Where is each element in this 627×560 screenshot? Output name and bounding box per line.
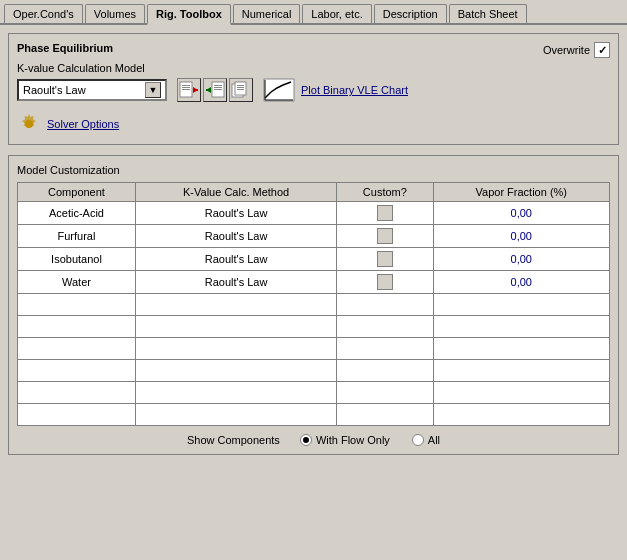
- custom-cell: [337, 225, 433, 248]
- import-export-icons: [177, 78, 253, 102]
- main-content: Phase Equilibrium Overwrite ✓ K-value Ca…: [0, 25, 627, 559]
- table-row-empty: [18, 316, 610, 338]
- table-row-empty: [18, 338, 610, 360]
- vapor-cell: 0,00: [433, 248, 609, 271]
- gear-icon: [17, 112, 41, 136]
- table-row: Water Raoult's Law 0,00: [18, 271, 610, 294]
- radio-with-flow-label: With Flow Only: [316, 434, 390, 446]
- table-row-empty: [18, 294, 610, 316]
- table-row: Acetic-Acid Raoult's Law 0,00: [18, 202, 610, 225]
- svg-rect-15: [237, 87, 244, 88]
- solver-options-link[interactable]: Solver Options: [47, 118, 119, 130]
- method-cell: Raoult's Law: [135, 225, 336, 248]
- radio-with-flow-circle[interactable]: [300, 434, 312, 446]
- method-cell: Raoult's Law: [135, 248, 336, 271]
- custom-checkbox-1[interactable]: [377, 228, 393, 244]
- model-customization-table: Component K-Value Calc. Method Custom? V…: [17, 182, 610, 426]
- overwrite-checkbox[interactable]: ✓: [594, 42, 610, 58]
- radio-all-label: All: [428, 434, 440, 446]
- plot-vle-icon: [263, 78, 295, 102]
- svg-rect-8: [214, 87, 222, 88]
- table-row-empty: [18, 360, 610, 382]
- radio-all[interactable]: All: [412, 434, 440, 446]
- tab-oper-conds[interactable]: Oper.Cond's: [4, 4, 83, 23]
- radio-with-flow[interactable]: With Flow Only: [300, 434, 390, 446]
- kvalue-section: K-value Calculation Model Raoult's Law ▼: [17, 62, 610, 102]
- svg-rect-14: [237, 85, 244, 86]
- kvalue-dropdown[interactable]: Raoult's Law ▼: [17, 79, 167, 101]
- overwrite-label: Overwrite: [543, 44, 590, 56]
- custom-checkbox-3[interactable]: [377, 274, 393, 290]
- table-row-empty: [18, 404, 610, 426]
- dropdown-arrow-icon[interactable]: ▼: [145, 82, 161, 98]
- model-customization-title: Model Customization: [17, 164, 610, 176]
- tab-numerical[interactable]: Numerical: [233, 4, 301, 23]
- component-cell: Water: [18, 271, 136, 294]
- vapor-cell: 0,00: [433, 225, 609, 248]
- method-cell: Raoult's Law: [135, 271, 336, 294]
- custom-checkbox-2[interactable]: [377, 251, 393, 267]
- svg-rect-7: [214, 85, 222, 86]
- svg-rect-13: [235, 82, 246, 95]
- col-component: Component: [18, 183, 136, 202]
- tab-description[interactable]: Description: [374, 4, 447, 23]
- tab-volumes[interactable]: Volumes: [85, 4, 145, 23]
- overwrite-row: Overwrite ✓: [543, 42, 610, 58]
- kvalue-label: K-value Calculation Model: [17, 62, 610, 74]
- component-cell: Furfural: [18, 225, 136, 248]
- import-icon[interactable]: [177, 78, 201, 102]
- svg-rect-16: [237, 89, 244, 90]
- component-cell: Acetic-Acid: [18, 202, 136, 225]
- col-kvalue-method: K-Value Calc. Method: [135, 183, 336, 202]
- radio-group: With Flow Only All: [300, 434, 440, 446]
- svg-rect-1: [182, 85, 190, 86]
- show-components-label: Show Components: [187, 434, 280, 446]
- table-row-empty: [18, 382, 610, 404]
- svg-rect-2: [182, 87, 190, 88]
- kvalue-model-text: Raoult's Law: [23, 84, 145, 96]
- table-row: Furfural Raoult's Law 0,00: [18, 225, 610, 248]
- tab-labor[interactable]: Labor, etc.: [302, 4, 371, 23]
- kvalue-row: Raoult's Law ▼: [17, 78, 610, 102]
- component-cell: Isobutanol: [18, 248, 136, 271]
- vapor-cell: 0,00: [433, 271, 609, 294]
- svg-rect-9: [214, 89, 222, 90]
- table-row: Isobutanol Raoult's Law 0,00: [18, 248, 610, 271]
- copy-icon[interactable]: [229, 78, 253, 102]
- custom-cell: [337, 271, 433, 294]
- col-custom: Custom?: [337, 183, 433, 202]
- solver-options-row: Solver Options: [17, 112, 610, 136]
- method-cell: Raoult's Law: [135, 202, 336, 225]
- custom-checkbox-0[interactable]: [377, 205, 393, 221]
- plot-section: Plot Binary VLE Chart: [263, 78, 408, 102]
- vapor-cell: 0,00: [433, 202, 609, 225]
- plot-vle-link[interactable]: Plot Binary VLE Chart: [301, 84, 408, 96]
- phase-equilibrium-title: Phase Equilibrium: [17, 42, 610, 54]
- tab-rig-toolbox[interactable]: Rig. Toolbox: [147, 4, 231, 25]
- svg-rect-3: [182, 89, 190, 90]
- model-customization-box: Model Customization Component K-Value Ca…: [8, 155, 619, 455]
- radio-all-circle[interactable]: [412, 434, 424, 446]
- tab-batch-sheet[interactable]: Batch Sheet: [449, 4, 527, 23]
- show-components-row: Show Components With Flow Only All: [17, 434, 610, 446]
- phase-equilibrium-box: Phase Equilibrium Overwrite ✓ K-value Ca…: [8, 33, 619, 145]
- export-icon[interactable]: [203, 78, 227, 102]
- col-vapor-fraction: Vapor Fraction (%): [433, 183, 609, 202]
- custom-cell: [337, 202, 433, 225]
- tab-bar: Oper.Cond's Volumes Rig. Toolbox Numeric…: [0, 0, 627, 25]
- custom-cell: [337, 248, 433, 271]
